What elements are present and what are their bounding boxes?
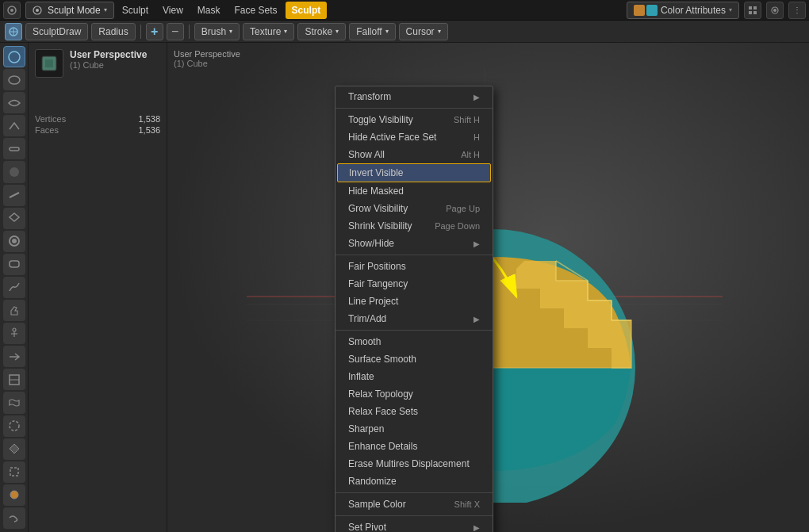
object-name: User Perspective xyxy=(70,49,147,60)
tool-paint[interactable] xyxy=(3,484,25,506)
tool-clay[interactable] xyxy=(3,254,25,275)
brush-mode-btn[interactable] xyxy=(5,23,22,40)
svg-point-18 xyxy=(12,239,17,243)
tool-mask[interactable] xyxy=(3,415,25,437)
second-toolbar: SculptDraw Radius + − Brush ▾ Texture ▾ … xyxy=(0,21,809,43)
svg-rect-15 xyxy=(10,147,19,151)
svg-point-20 xyxy=(13,328,16,331)
cursor-dropdown[interactable]: Cursor ▾ xyxy=(399,23,448,40)
tool-snake[interactable] xyxy=(3,277,25,298)
svg-rect-19 xyxy=(10,261,19,267)
dd-grow-visibility[interactable]: Grow Visibility Page Up xyxy=(335,200,493,217)
viewport[interactable]: User Perspective (1) Cube Transform ▶ To… xyxy=(167,43,809,532)
shrink-vis-shortcut: Page Down xyxy=(435,221,480,231)
texture-dropdown[interactable]: Texture ▾ xyxy=(243,23,294,40)
tool-pinch[interactable] xyxy=(3,92,25,113)
dd-line-project[interactable]: Line Project xyxy=(335,293,493,310)
dd-hide-masked[interactable]: Hide Masked xyxy=(335,182,493,200)
menu-mask[interactable]: Mask xyxy=(191,2,227,19)
menu-view-item[interactable]: View xyxy=(156,2,190,19)
dd-relax-topology[interactable]: Relax Topology xyxy=(335,385,493,403)
dd-relax-face-sets[interactable]: Relax Face Sets xyxy=(335,403,493,420)
mode-dropdown[interactable]: Sculpt Mode ▾ xyxy=(25,2,114,19)
object-sub: (1) Cube xyxy=(70,60,147,70)
svg-rect-7 xyxy=(753,11,757,14)
stroke-dropdown[interactable]: Stroke ▾ xyxy=(297,23,346,40)
dd-sep-5 xyxy=(335,515,493,516)
dd-inflate[interactable]: Inflate xyxy=(335,368,493,385)
tool-scrape[interactable] xyxy=(3,185,25,206)
dd-erase-multires[interactable]: Erase Multires Displacement xyxy=(335,455,493,473)
tool-face-sets[interactable] xyxy=(3,438,25,460)
dd-show-all[interactable]: Show All Alt H xyxy=(335,146,493,163)
tool-blob[interactable] xyxy=(3,231,25,252)
tool-smooth[interactable] xyxy=(3,69,25,90)
tool-multiplane[interactable] xyxy=(3,208,25,229)
tool-boundary[interactable] xyxy=(3,369,25,390)
dd-shrink-visibility[interactable]: Shrink Visibility Page Down xyxy=(335,217,493,235)
tool-slide[interactable] xyxy=(3,346,25,367)
faces-stat: Faces 1,536 xyxy=(35,125,160,135)
brush-dropdown[interactable]: Brush ▾ xyxy=(194,23,240,40)
dd-trim-add[interactable]: Trim/Add ▶ xyxy=(335,310,493,327)
dd-invert-visible[interactable]: Invert Visible xyxy=(337,163,491,182)
toggle-vis-shortcut: Shift H xyxy=(454,115,480,124)
vertices-stat: Vertices 1,538 xyxy=(35,114,160,124)
tool-trim[interactable] xyxy=(3,461,25,483)
svg-point-13 xyxy=(9,52,20,63)
dd-surface-smooth[interactable]: Surface Smooth xyxy=(335,350,493,368)
tool-pose[interactable] xyxy=(3,323,25,344)
svg-rect-5 xyxy=(753,6,757,10)
main-area: User Perspective (1) Cube Vertices 1,538… xyxy=(0,43,809,532)
dd-fair-tangency[interactable]: Fair Tangency xyxy=(335,275,493,293)
cube-label: (1) Cube xyxy=(174,59,240,68)
vertices-label: Vertices xyxy=(35,114,66,124)
color-attr-label: Color Attributes xyxy=(661,5,726,16)
color-attr-dropdown[interactable]: Color Attributes ▾ xyxy=(627,2,739,19)
svg-point-25 xyxy=(10,421,19,431)
tool-cloth[interactable] xyxy=(3,392,25,413)
tool-smear[interactable] xyxy=(3,507,25,529)
dd-sharpen[interactable]: Sharpen xyxy=(335,420,493,438)
dd-sep-2 xyxy=(335,255,493,255)
radius-label[interactable]: Radius xyxy=(91,23,135,40)
blender-icon-btn[interactable] xyxy=(3,2,21,19)
svg-rect-26 xyxy=(10,468,18,476)
dd-smooth[interactable]: Smooth xyxy=(335,333,493,350)
tool-crease[interactable] xyxy=(3,115,25,136)
dd-fair-positions[interactable]: Fair Positions xyxy=(335,258,493,275)
dd-show-hide[interactable]: Show/Hide ▶ xyxy=(335,235,493,252)
tool-draw[interactable] xyxy=(3,46,25,67)
tool-flatten[interactable] xyxy=(3,138,25,159)
color-squares-icon xyxy=(634,5,658,16)
subtract-btn[interactable]: − xyxy=(167,23,184,40)
hide-active-shortcut: H xyxy=(474,132,480,142)
tool-thumb[interactable] xyxy=(3,300,25,321)
dd-enhance-details[interactable]: Enhance Details xyxy=(335,438,493,455)
menu-sculpt[interactable]: Sculpt xyxy=(286,2,328,19)
top-right-area: Color Attributes ▾ ⋮ xyxy=(627,2,806,19)
dd-randomize[interactable]: Randomize xyxy=(335,473,493,490)
dd-sample-color[interactable]: Sample Color Shift X xyxy=(335,496,493,513)
left-sidebar xyxy=(0,43,29,532)
settings-icon-btn[interactable] xyxy=(766,2,784,19)
svg-rect-29 xyxy=(45,59,53,67)
svg-point-1 xyxy=(10,9,13,12)
dd-transform[interactable]: Transform ▶ xyxy=(335,88,493,105)
layout-icon-btn[interactable] xyxy=(744,2,761,19)
dd-sep-1 xyxy=(335,108,493,109)
set-pivot-arrow: ▶ xyxy=(474,523,480,532)
sculpt-draw-label[interactable]: SculptDraw xyxy=(25,23,88,40)
menu-face-sets[interactable]: Face Sets xyxy=(228,2,284,19)
dd-hide-active[interactable]: Hide Active Face Set H xyxy=(335,128,493,146)
top-menubar: Sculpt Mode ▾ Sculpt View Mask Face Sets… xyxy=(0,0,809,21)
more-icon-btn[interactable]: ⋮ xyxy=(788,2,806,19)
object-info: User Perspective (1) Cube xyxy=(70,49,147,78)
add-btn[interactable]: + xyxy=(146,23,163,40)
dropdown-menu[interactable]: Transform ▶ Toggle Visibility Shift H Hi… xyxy=(335,86,493,532)
tool-fill[interactable] xyxy=(3,161,25,182)
dd-set-pivot[interactable]: Set Pivot ▶ xyxy=(335,519,493,532)
falloff-dropdown[interactable]: Falloff ▾ xyxy=(349,23,395,40)
menu-view[interactable]: Sculpt xyxy=(116,2,155,19)
dd-toggle-visibility[interactable]: Toggle Visibility Shift H xyxy=(335,111,493,128)
